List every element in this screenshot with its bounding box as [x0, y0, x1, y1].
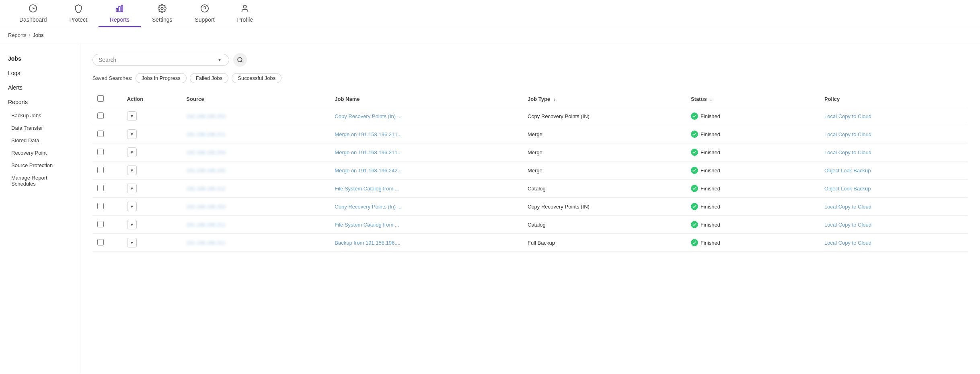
- nav-reports-label: Reports: [110, 16, 129, 23]
- jobname-link-1[interactable]: Merge on 191.158.196.211...: [335, 131, 402, 137]
- sidebar-item-source-protection[interactable]: Source Protection: [0, 159, 80, 172]
- table-row: ▾ 191.158.196.211 Merge on 191.158.196.2…: [92, 125, 968, 143]
- row-jobtype-cell-3: Merge: [523, 161, 686, 180]
- search-dropdown-arrow[interactable]: ▾: [218, 57, 221, 63]
- policy-link-5[interactable]: Local Copy to Cloud: [824, 204, 871, 210]
- row-jobname-cell: File System Catalog from ...: [330, 180, 523, 198]
- sidebar-item-alerts[interactable]: Alerts: [0, 80, 80, 95]
- sidebar-item-manage-report-schedules[interactable]: Manage Report Schedules: [0, 172, 80, 190]
- sidebar-item-jobs[interactable]: Jobs: [0, 51, 80, 66]
- jobname-link-3[interactable]: Merge on 191.168.196.242...: [335, 168, 402, 174]
- jobname-link-4[interactable]: File System Catalog from ...: [335, 186, 399, 192]
- policy-link-6[interactable]: Local Copy to Cloud: [824, 222, 871, 228]
- row-checkbox-5[interactable]: [97, 203, 104, 209]
- table-row: ▾ 191.158.196.242 Merge on 191.168.196.2…: [92, 161, 968, 180]
- row-status-cell-4: Finished: [686, 180, 820, 198]
- row-jobtype-cell-0: Copy Recovery Points (IN): [523, 107, 686, 125]
- nav-protect-label: Protect: [70, 16, 87, 23]
- breadcrumb-parent[interactable]: Reports: [8, 32, 27, 38]
- top-nav: Dashboard Protect Reports Settings Suppo…: [0, 0, 980, 27]
- row-action-btn-1[interactable]: ▾: [127, 129, 137, 139]
- table-row: ▾ 191.168.196.211 File System Catalog fr…: [92, 216, 968, 234]
- sidebar-reports-heading[interactable]: Reports: [0, 95, 80, 109]
- svg-rect-3: [116, 8, 118, 12]
- nav-support[interactable]: Support: [183, 0, 226, 27]
- protect-icon: [74, 4, 83, 15]
- policy-link-2[interactable]: Local Copy to Cloud: [824, 149, 871, 155]
- row-checkbox-0[interactable]: [97, 112, 104, 119]
- row-action-btn-4[interactable]: ▾: [127, 184, 137, 193]
- search-input-wrapper[interactable]: ▾: [92, 54, 229, 66]
- svg-rect-5: [121, 5, 123, 12]
- row-action-btn-5[interactable]: ▾: [127, 202, 137, 211]
- action-dropdown-arrow: ▾: [131, 222, 133, 227]
- saved-search-failed-jobs[interactable]: Failed Jobs: [190, 73, 228, 83]
- table-row: ▾ 192.168.190.253 Merge on 191.168.196.2…: [92, 143, 968, 161]
- row-policy-cell-2: Local Copy to Cloud: [820, 143, 968, 161]
- status-icon-4: [691, 185, 698, 192]
- jobname-link-0[interactable]: Copy Recovery Points (In) ...: [335, 113, 401, 119]
- jobname-link-5[interactable]: Copy Recovery Points (In) ...: [335, 204, 401, 210]
- main-content: ▾ Saved Searches: Jobs in Progress Faile…: [80, 43, 980, 373]
- nav-profile[interactable]: Profile: [226, 0, 265, 27]
- jobname-link-6[interactable]: File System Catalog from ...: [335, 222, 399, 228]
- breadcrumb-current: Jobs: [33, 32, 43, 38]
- status-icon-7: [691, 239, 698, 246]
- row-action-btn-0[interactable]: ▾: [127, 111, 137, 121]
- source-ip-5: 192.168.196.253: [186, 204, 226, 210]
- status-badge-3: Finished: [691, 167, 815, 174]
- row-action-btn-7[interactable]: ▾: [127, 238, 137, 247]
- col-header-status[interactable]: Status ↓: [686, 91, 820, 107]
- row-action-cell: ▾: [122, 234, 182, 252]
- search-input[interactable]: [99, 57, 216, 63]
- sidebar-item-backup-jobs[interactable]: Backup Jobs: [0, 109, 80, 122]
- sidebar-item-data-transfer[interactable]: Data Transfer: [0, 122, 80, 134]
- jobname-link-2[interactable]: Merge on 191.168.196.211...: [335, 149, 402, 155]
- action-dropdown-arrow: ▾: [131, 168, 133, 173]
- nav-dashboard-label: Dashboard: [19, 16, 47, 23]
- source-ip-0: 192.168.190.253: [186, 113, 226, 119]
- policy-link-3[interactable]: Object Lock Backup: [824, 168, 871, 174]
- policy-link-1[interactable]: Local Copy to Cloud: [824, 131, 871, 137]
- policy-link-7[interactable]: Local Copy to Cloud: [824, 240, 871, 246]
- nav-settings[interactable]: Settings: [141, 0, 184, 27]
- col-header-source: Source: [181, 91, 330, 107]
- row-jobname-cell: Copy Recovery Points (In) ...: [330, 107, 523, 125]
- jobname-link-7[interactable]: Backup from 191.158.196....: [335, 240, 400, 246]
- row-policy-cell-3: Object Lock Backup: [820, 161, 968, 180]
- row-checkbox-2[interactable]: [97, 149, 104, 155]
- sidebar-item-stored-data[interactable]: Stored Data: [0, 134, 80, 147]
- table-row: ▾ 191.158.196.311 Backup from 191.158.19…: [92, 234, 968, 252]
- saved-search-successful-jobs[interactable]: Successful Jobs: [232, 73, 281, 83]
- status-icon-0: [691, 112, 698, 120]
- nav-settings-label: Settings: [152, 16, 173, 23]
- search-button[interactable]: [233, 53, 247, 67]
- saved-search-jobs-in-progress[interactable]: Jobs in Progress: [136, 73, 187, 83]
- select-all-checkbox[interactable]: [97, 95, 104, 102]
- row-action-btn-3[interactable]: ▾: [127, 166, 137, 175]
- table-row: ▾ 192.168.190.253 Copy Recovery Points (…: [92, 107, 968, 125]
- svg-point-6: [161, 7, 163, 10]
- row-jobtype-cell-7: Full Backup: [523, 234, 686, 252]
- row-status-cell-2: Finished: [686, 143, 820, 161]
- row-action-btn-6[interactable]: ▾: [127, 220, 137, 229]
- nav-protect[interactable]: Protect: [58, 0, 99, 27]
- col-header-jobtype[interactable]: Job Type ↓: [523, 91, 686, 107]
- row-checkbox-6[interactable]: [97, 221, 104, 227]
- nav-reports[interactable]: Reports: [99, 0, 141, 27]
- row-action-btn-2[interactable]: ▾: [127, 147, 137, 157]
- policy-link-0[interactable]: Local Copy to Cloud: [824, 113, 871, 119]
- sidebar-item-logs[interactable]: Logs: [0, 66, 80, 80]
- row-policy-cell-5: Local Copy to Cloud: [820, 198, 968, 216]
- row-checkbox-3[interactable]: [97, 167, 104, 173]
- row-jobtype-cell-1: Merge: [523, 125, 686, 143]
- row-checkbox-4[interactable]: [97, 185, 104, 191]
- nav-dashboard[interactable]: Dashboard: [8, 0, 58, 27]
- row-checkbox-7[interactable]: [97, 239, 104, 245]
- source-ip-3: 191.158.196.242: [186, 168, 226, 174]
- row-checkbox-1[interactable]: [97, 131, 104, 137]
- main-layout: Jobs Logs Alerts Reports Backup Jobs Dat…: [0, 43, 980, 373]
- search-bar-row: ▾: [92, 53, 968, 67]
- policy-link-4[interactable]: Object Lock Backup: [824, 186, 871, 192]
- sidebar-item-recovery-point[interactable]: Recovery Point: [0, 147, 80, 159]
